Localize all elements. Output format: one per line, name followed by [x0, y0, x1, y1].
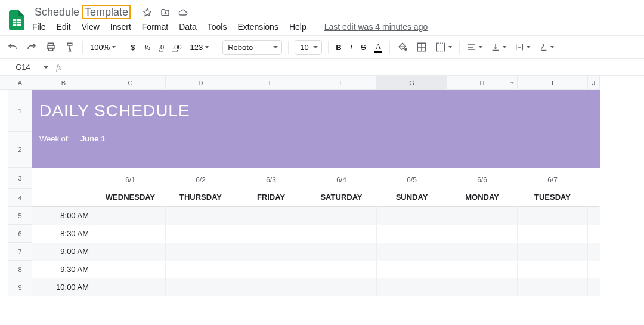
v-align-button[interactable] — [490, 41, 507, 53]
text-rotation-button[interactable] — [537, 41, 555, 53]
menu-help[interactable]: Help — [289, 22, 306, 32]
cell-F5[interactable] — [306, 207, 377, 225]
menu-tools[interactable]: Tools — [208, 22, 227, 32]
cell-H9[interactable] — [447, 278, 518, 296]
col-header-C[interactable]: C — [95, 76, 166, 90]
star-icon[interactable] — [143, 8, 152, 17]
cell-G6[interactable] — [377, 225, 447, 243]
cell-J3[interactable] — [588, 168, 600, 189]
cell-I8[interactable] — [518, 261, 588, 278]
font-size-dropdown[interactable]: 10 — [295, 40, 322, 55]
fill-color-button[interactable] — [396, 41, 409, 54]
strike-button[interactable]: S — [360, 42, 367, 53]
move-icon[interactable] — [160, 8, 170, 17]
cell-J8[interactable] — [588, 261, 600, 278]
cell-I7[interactable] — [518, 243, 588, 261]
text-wrap-button[interactable] — [513, 41, 531, 53]
cell-I3[interactable]: 6/7 — [518, 168, 588, 189]
number-format-dropdown[interactable]: 123 — [189, 42, 210, 53]
cell-H6[interactable] — [447, 225, 518, 243]
currency-button[interactable]: $ — [129, 42, 136, 53]
cell-H5[interactable] — [447, 207, 518, 225]
cell-E4[interactable]: FRIDAY — [236, 189, 306, 207]
cell-B9[interactable]: 10:00 AM — [32, 278, 95, 296]
menu-format[interactable]: Format — [142, 22, 168, 32]
h-align-button[interactable] — [466, 41, 484, 53]
menu-file[interactable]: File — [32, 22, 46, 32]
cell-F6[interactable] — [306, 225, 377, 243]
cell-F9[interactable] — [306, 278, 377, 296]
col-header-D[interactable]: D — [166, 76, 236, 90]
font-family-dropdown[interactable]: Roboto — [222, 40, 282, 55]
cell-D7[interactable] — [166, 243, 236, 261]
cell-H8[interactable] — [447, 261, 518, 278]
row-header-2[interactable]: 2 — [8, 132, 32, 168]
cell-C3[interactable]: 6/1 — [95, 168, 166, 189]
col-header-J[interactable]: J — [588, 76, 600, 90]
cell-G8[interactable] — [377, 261, 447, 278]
cell-D9[interactable] — [166, 278, 236, 296]
cell-F8[interactable] — [306, 261, 377, 278]
percent-button[interactable]: % — [142, 42, 151, 53]
cell-D6[interactable] — [166, 225, 236, 243]
zoom-dropdown[interactable]: 100% — [89, 42, 117, 53]
increase-decimal-button[interactable]: .00 — [171, 42, 182, 52]
cell-C9[interactable] — [95, 278, 166, 296]
cell-J5[interactable] — [588, 207, 600, 225]
print-button[interactable] — [44, 41, 57, 54]
row-header-6[interactable]: 6 — [8, 225, 32, 243]
cell-B6[interactable]: 8:30 AM — [32, 225, 95, 243]
col-header-G[interactable]: G — [377, 76, 447, 90]
cell-F7[interactable] — [306, 243, 377, 261]
cell-D3[interactable]: 6/2 — [166, 168, 236, 189]
cell-G3[interactable]: 6/5 — [377, 168, 447, 189]
col-header-F[interactable]: F — [306, 76, 377, 90]
cell-D5[interactable] — [166, 207, 236, 225]
cell-I5[interactable] — [518, 207, 588, 225]
cell-E3[interactable]: 6/3 — [236, 168, 306, 189]
cell-C7[interactable] — [95, 243, 166, 261]
cell-B4[interactable] — [32, 189, 95, 207]
cell-I6[interactable] — [518, 225, 588, 243]
cell-G4[interactable]: SUNDAY — [377, 189, 447, 207]
select-all-corner[interactable] — [0, 76, 8, 90]
cell-E5[interactable] — [236, 207, 306, 225]
document-title[interactable]: Schedule Template — [32, 5, 133, 20]
col-header-dropdown-icon[interactable] — [510, 82, 515, 86]
cell-C4[interactable]: WEDNESDAY — [95, 189, 166, 207]
menu-extensions[interactable]: Extensions — [237, 22, 278, 32]
cell-J7[interactable] — [588, 243, 600, 261]
cell-C6[interactable] — [95, 225, 166, 243]
cell-H7[interactable] — [447, 243, 518, 261]
menu-data[interactable]: Data — [179, 22, 197, 32]
name-box[interactable]: G14 — [0, 60, 52, 74]
cell-J4[interactable] — [588, 189, 600, 207]
cell-F4[interactable]: SATURDAY — [306, 189, 377, 207]
col-header-E[interactable]: E — [236, 76, 306, 90]
cell-E8[interactable] — [236, 261, 306, 278]
last-edit-link[interactable]: Last edit was 4 minutes ago — [324, 22, 428, 32]
sheets-logo[interactable] — [5, 8, 29, 32]
cell-H3[interactable]: 6/6 — [447, 168, 518, 189]
col-header-H[interactable]: H — [447, 76, 518, 90]
decrease-decimal-button[interactable]: .0 — [157, 42, 165, 52]
cell-D8[interactable] — [166, 261, 236, 278]
menu-insert[interactable]: Insert — [110, 22, 131, 32]
col-header-A[interactable]: A — [8, 76, 32, 90]
col-header-I[interactable]: I — [518, 76, 588, 90]
cell-B5[interactable]: 8:00 AM — [32, 207, 95, 225]
merge-cells-button[interactable] — [434, 41, 453, 54]
cell-B3[interactable] — [32, 168, 95, 189]
redo-button[interactable] — [25, 41, 38, 54]
cloud-icon[interactable] — [178, 8, 188, 17]
cell-G7[interactable] — [377, 243, 447, 261]
row-header-7[interactable]: 7 — [8, 243, 32, 261]
cell-I4[interactable]: TUESDAY — [518, 189, 588, 207]
cell-G5[interactable] — [377, 207, 447, 225]
cell-E7[interactable] — [236, 243, 306, 261]
cell-B8[interactable]: 9:30 AM — [32, 261, 95, 278]
cell-H4[interactable]: MONDAY — [447, 189, 518, 207]
menu-view[interactable]: View — [82, 22, 100, 32]
row-header-5[interactable]: 5 — [8, 207, 32, 225]
cell-F3[interactable]: 6/4 — [306, 168, 377, 189]
